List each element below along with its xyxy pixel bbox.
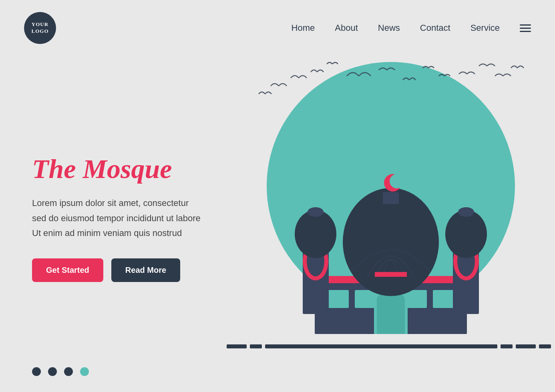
svg-rect-27 [265,344,497,348]
svg-rect-4 [433,290,455,308]
nav-news[interactable]: News [378,23,400,33]
nav-about[interactable]: About [335,23,358,33]
read-more-button[interactable]: Read More [111,258,180,282]
svg-rect-25 [227,344,247,348]
logo-line1: YOUR [32,21,48,28]
logo[interactable]: YOUR LOGO [24,12,56,44]
hero-illustration [227,42,555,362]
dot-3[interactable] [64,367,73,376]
svg-rect-28 [501,344,513,348]
nav-home[interactable]: Home [292,23,315,33]
svg-rect-24 [375,272,407,277]
mosque-illustration [247,154,535,346]
desc-line3: Ut enim ad minim veniam quis nostrud [32,228,182,238]
svg-point-18 [445,210,487,258]
svg-rect-30 [539,344,551,348]
hero-buttons: Get Started Read More [32,258,232,282]
pagination-dots [32,367,89,376]
ground-decoration [227,343,555,350]
svg-rect-26 [250,344,262,348]
desc-line1: Lorem ipsum dolor sit amet, consectetur [32,198,189,208]
hero-description: Lorem ipsum dolor sit amet, consectetur … [32,196,232,240]
desc-line2: sed do eiusmod tempor incididunt ut labo… [32,213,201,223]
svg-rect-1 [327,290,349,308]
svg-point-16 [295,210,336,258]
svg-rect-29 [516,344,536,348]
hero-title: The Mosque [32,154,232,184]
nav-contact[interactable]: Contact [420,23,450,33]
dot-2[interactable] [48,367,57,376]
dot-1[interactable] [32,367,41,376]
svg-point-17 [308,207,324,217]
svg-point-19 [458,207,474,217]
nav: Home About News Contact Service [292,23,531,33]
logo-line2: LOGO [31,28,48,35]
dot-4-active[interactable] [80,367,89,376]
svg-point-23 [390,174,404,188]
hamburger-menu[interactable] [520,24,531,32]
birds-decoration [247,54,527,134]
svg-rect-3 [405,290,427,308]
hero-section: The Mosque Lorem ipsum dolor sit amet, c… [0,44,555,392]
hero-text: The Mosque Lorem ipsum dolor sit amet, c… [32,154,232,282]
header: YOUR LOGO Home About News Contact Servic… [0,0,555,44]
svg-point-20 [343,188,439,296]
nav-service[interactable]: Service [471,23,500,33]
get-started-button[interactable]: Get Started [32,258,103,282]
svg-rect-2 [355,290,377,308]
svg-rect-21 [383,192,399,204]
